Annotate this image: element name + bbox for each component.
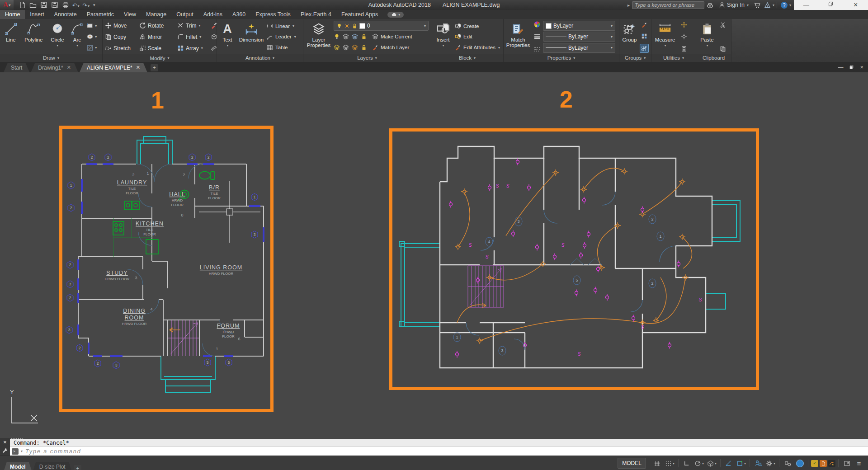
- tray-performance-warning-icon[interactable]: [828, 460, 835, 467]
- tab-output[interactable]: Output: [171, 10, 198, 19]
- paste-button[interactable]: Paste ▾: [698, 20, 717, 54]
- match-layer-button[interactable]: Match Layer: [372, 42, 409, 53]
- layer-freeze-icon[interactable]: [352, 33, 358, 40]
- command-close-icon[interactable]: ✕: [3, 440, 7, 445]
- linetype-dropdown[interactable]: ByLayer▾: [543, 43, 615, 53]
- command-input[interactable]: [24, 448, 868, 455]
- layout-tab-model[interactable]: Model: [4, 462, 32, 470]
- dimension-button[interactable]: Dimension: [237, 20, 265, 54]
- leader-button[interactable]: Leader▾: [266, 32, 302, 42]
- save-as-icon[interactable]: [51, 1, 58, 9]
- minimize-button[interactable]: —: [798, 0, 814, 10]
- isolate-objects-icon[interactable]: [782, 458, 793, 468]
- create-block-button[interactable]: Create: [454, 21, 501, 31]
- group-edit-icon[interactable]: [640, 32, 648, 40]
- measure-button[interactable]: Measure ▾: [653, 20, 677, 54]
- layer-thaw-all-icon[interactable]: [352, 44, 358, 51]
- command-customize-wrench-icon[interactable]: [2, 448, 8, 454]
- rotate-button[interactable]: Rotate: [138, 20, 176, 31]
- isometric-drafting-icon[interactable]: ▾: [706, 458, 717, 468]
- ortho-mode-icon[interactable]: [681, 458, 692, 468]
- panel-label-clipboard[interactable]: Clipboard: [696, 54, 731, 62]
- layer-isolate-icon[interactable]: [343, 33, 349, 40]
- autocad-logo-button[interactable]: A▾: [0, 0, 14, 10]
- tab-addins[interactable]: Add-ins: [198, 10, 227, 19]
- panel-label-utilities[interactable]: Utilities▾: [651, 54, 696, 62]
- new-drawing-tab-button[interactable]: +: [151, 64, 158, 71]
- table-button[interactable]: Table: [266, 42, 302, 53]
- snap-mode-icon[interactable]: ▾: [664, 458, 675, 468]
- ungroup-icon[interactable]: [640, 21, 648, 29]
- object-snap-icon[interactable]: ▾: [736, 458, 747, 468]
- help-icon[interactable]: ?: [781, 2, 788, 9]
- plot-icon[interactable]: [61, 1, 69, 9]
- search-expand-icon[interactable]: ▸: [627, 3, 630, 8]
- grid-display-icon[interactable]: [652, 458, 663, 468]
- tab-parametric[interactable]: Parametric: [82, 10, 119, 19]
- tab-annotate[interactable]: Annotate: [49, 10, 82, 19]
- layer-vpfreeze-icon[interactable]: [343, 44, 349, 51]
- search-input[interactable]: [632, 1, 704, 9]
- trim-button[interactable]: Trim▾: [176, 20, 210, 31]
- model-space-button[interactable]: MODEL: [618, 458, 646, 469]
- tray-sync-check-icon[interactable]: ✓: [811, 460, 818, 467]
- doc-close-button[interactable]: ×: [860, 64, 863, 70]
- tab-insert[interactable]: Insert: [25, 10, 49, 19]
- polar-tracking-icon[interactable]: ▾: [693, 458, 705, 468]
- quick-select-icon[interactable]: [680, 21, 688, 29]
- object-snap-tracking-icon[interactable]: [723, 458, 734, 468]
- qat-dropdown-icon[interactable]: ▾: [93, 3, 95, 7]
- insert-button[interactable]: Insert ▾: [433, 20, 453, 54]
- undo-button[interactable]: ↶▾: [72, 2, 80, 9]
- a360-exchange-icon[interactable]: [764, 2, 771, 9]
- fillet-button[interactable]: Fillet▾: [176, 31, 210, 42]
- polyline-button[interactable]: Polyline: [21, 20, 46, 54]
- id-point-icon[interactable]: [680, 33, 688, 41]
- linear-button[interactable]: Linear▾: [266, 21, 302, 31]
- tab-plexearth[interactable]: Plex.Earth 4: [296, 10, 336, 19]
- connect-cloud-button[interactable]: ▾: [387, 12, 404, 18]
- close-icon[interactable]: ✕: [67, 65, 71, 70]
- scale-button[interactable]: Scale: [138, 42, 176, 54]
- cut-icon[interactable]: [719, 21, 727, 29]
- panel-label-modify[interactable]: Modify▾: [103, 54, 217, 62]
- edit-block-button[interactable]: Edit: [454, 32, 501, 42]
- layer-walk-icon[interactable]: [334, 44, 340, 51]
- panel-label-groups[interactable]: Groups▾: [619, 54, 651, 62]
- layer-unlock2-icon[interactable]: [361, 44, 367, 51]
- new-file-icon[interactable]: [18, 1, 26, 9]
- mirror-button[interactable]: Mirror: [138, 31, 176, 42]
- match-properties-button[interactable]: Match Properties: [505, 20, 531, 54]
- quick-calculator-icon[interactable]: [680, 45, 688, 53]
- doc-restore-button[interactable]: [849, 65, 854, 70]
- ellipse-flyout-button[interactable]: ▾: [86, 32, 101, 41]
- graphics-performance-icon[interactable]: [794, 458, 805, 468]
- tray-clipboard-icon[interactable]: [820, 460, 827, 467]
- layer-properties-button[interactable]: Layer Properties: [305, 20, 333, 54]
- customization-menu-icon[interactable]: ≡: [854, 458, 864, 468]
- app-store-cart-icon[interactable]: [754, 2, 760, 9]
- layout-tab-dsize-plot[interactable]: D-size Plot: [33, 462, 72, 470]
- copy-button[interactable]: Copy: [104, 31, 138, 42]
- tab-manage[interactable]: Manage: [141, 10, 171, 19]
- save-icon[interactable]: [40, 1, 47, 9]
- drawing-canvas[interactable]: 1 2: [0, 72, 868, 438]
- tab-view[interactable]: View: [119, 10, 141, 19]
- file-tab-drawing1[interactable]: Drawing1*✕: [31, 63, 78, 72]
- panel-label-annotation[interactable]: Annotation▾: [217, 54, 303, 62]
- panel-label-block[interactable]: Block▾: [431, 54, 503, 62]
- sign-in-button[interactable]: Sign In ▾: [719, 2, 749, 8]
- redo-button[interactable]: ↷▾: [83, 2, 90, 9]
- search-binoculars-icon[interactable]: [707, 2, 713, 9]
- layer-off-icon[interactable]: [334, 33, 340, 40]
- lineweight-dropdown[interactable]: ByLayer▾: [543, 32, 615, 42]
- panel-label-layers[interactable]: Layers▾: [303, 54, 431, 62]
- tab-featured-apps[interactable]: Featured Apps: [336, 10, 383, 19]
- annotation-monitor-icon[interactable]: [753, 458, 764, 468]
- panel-label-draw[interactable]: Draw▾: [0, 54, 102, 62]
- group-selection-toggle[interactable]: [640, 44, 649, 53]
- stretch-button[interactable]: Stretch: [104, 42, 138, 54]
- layer-lock-icon[interactable]: [361, 33, 367, 40]
- hatch-flyout-button[interactable]: ▾: [86, 43, 101, 52]
- close-icon[interactable]: ✕: [136, 65, 140, 70]
